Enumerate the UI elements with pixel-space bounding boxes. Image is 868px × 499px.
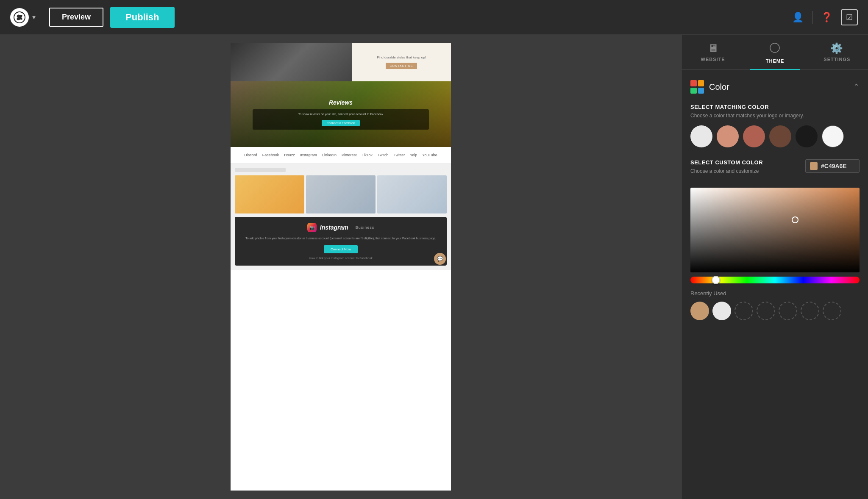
logo-area: ▾ (10, 8, 36, 27)
social-link-twitch[interactable]: Twitch (378, 153, 389, 157)
swatch-light-gray[interactable] (690, 125, 712, 147)
website-preview: Find durable styles that keep up! CONTAC… (231, 43, 451, 491)
swatch-dusty-rose[interactable] (743, 125, 765, 147)
right-panel: 🖥 WEBSITE THEME ⚙️ SETTINGS (682, 35, 868, 499)
social-link-tiktok[interactable]: TikTok (362, 153, 373, 157)
swatch-light-salmon[interactable] (717, 125, 739, 147)
website-tab-icon: 🖥 (708, 42, 718, 54)
preview-instagram-section: 📷 Instagram Business To add photos from … (231, 164, 451, 270)
preview-ig-business: Business (356, 225, 375, 230)
custom-color-title: SELECT CUSTOM COLOR (690, 159, 763, 166)
social-link-houzz[interactable]: Houzz (284, 153, 295, 157)
swatch-white[interactable] (822, 125, 844, 147)
recently-used-swatch-empty-3 (734, 302, 753, 320)
panel-content: Color ⌃ SELECT MATCHING COLOR Choose a c… (682, 70, 868, 499)
color-picker-cursor (792, 216, 798, 223)
topbar-divider (812, 11, 812, 24)
preview-hero-image-inner (231, 43, 352, 81)
preview-chat-bubble[interactable]: 💬 (434, 253, 446, 265)
tab-theme[interactable]: THEME (744, 42, 806, 69)
recently-used-swatch-empty-4 (757, 302, 775, 320)
preview-ig-logo-icon: 📷 (307, 223, 317, 232)
color-grid-cell-green (690, 88, 697, 94)
social-link-discord[interactable]: Discord (244, 153, 257, 157)
color-grid-cell-red (690, 80, 697, 86)
color-picker-container[interactable] (690, 188, 860, 283)
social-link-twitter[interactable]: Twitter (394, 153, 405, 157)
preview-ig-description: To add photos from your Instagram creato… (243, 236, 438, 241)
preview-instagram-cell-3 (377, 175, 447, 213)
theme-tab-icon (769, 42, 780, 56)
theme-tab-label: THEME (766, 58, 785, 64)
publish-button[interactable]: Publish (110, 7, 174, 28)
user-icon[interactable]: 👤 (792, 12, 804, 23)
custom-color-swatch (810, 162, 818, 170)
panel-tabs: 🖥 WEBSITE THEME ⚙️ SETTINGS (682, 35, 868, 70)
color-section-left: Color (690, 80, 729, 94)
preview-instagram-grid (235, 175, 447, 213)
logo-chevron-icon[interactable]: ▾ (32, 13, 36, 21)
color-grid-icon (690, 80, 704, 94)
recently-used-swatch-1[interactable] (690, 302, 709, 320)
topbar-icons: 👤 ❓ ☑ (792, 9, 858, 25)
color-grid-cell-orange (698, 80, 704, 86)
preview-hero-text: Find durable styles that keep up! (377, 55, 426, 59)
matching-color-swatches (690, 125, 860, 147)
settings-tab-label: SETTINGS (823, 57, 850, 62)
social-link-instagram[interactable]: Instagram (300, 153, 317, 157)
social-link-youtube[interactable]: YouTube (422, 153, 437, 157)
recently-used-swatch-empty-5 (779, 302, 797, 320)
preview-ig-name: Instagram (320, 224, 348, 231)
color-picker-gradient[interactable] (690, 188, 860, 272)
swatch-dark-brown[interactable] (769, 125, 791, 147)
preview-reviews-card: To show reviews on your site, connect yo… (253, 109, 429, 130)
preview-instagram-cell-2 (306, 175, 376, 213)
svg-point-1 (770, 43, 779, 53)
preview-ig-connect-button[interactable]: Connect Now (324, 245, 358, 253)
recently-used-swatch-empty-6 (801, 302, 819, 320)
website-tab-label: WEBSITE (701, 57, 725, 62)
preview-ig-header: 📷 Instagram Business (243, 223, 438, 232)
custom-color-input-group[interactable] (805, 159, 860, 173)
preview-reviews-section: Reviews To show reviews on your site, co… (231, 81, 451, 147)
preview-instagram-card: 📷 Instagram Business To add photos from … (235, 217, 447, 266)
swatch-black[interactable] (796, 125, 818, 147)
social-link-yelp[interactable]: Yelp (410, 153, 417, 157)
preview-ig-link-text[interactable]: How to link your Instagram account to Fa… (243, 257, 438, 260)
preview-instagram-title-bar (235, 168, 286, 172)
preview-ig-header-divider (352, 223, 352, 232)
recently-used-title: Recently Used (690, 290, 860, 297)
topbar: ▾ Preview Publish 👤 ❓ ☑ (0, 0, 868, 35)
tab-settings[interactable]: ⚙️ SETTINGS (806, 42, 868, 69)
preview-contact-button[interactable]: CONTACT US (386, 63, 417, 69)
recently-used-swatches (690, 302, 860, 320)
preview-reviews-card-text: To show reviews on your site, connect yo… (259, 113, 422, 116)
help-icon[interactable]: ❓ (821, 12, 832, 23)
tab-website[interactable]: 🖥 WEBSITE (682, 42, 744, 69)
preview-hero-image (231, 43, 352, 81)
preview-instagram-cell-1 (235, 175, 304, 213)
preview-button[interactable]: Preview (49, 8, 103, 27)
preview-hero-content: Find durable styles that keep up! CONTAC… (352, 43, 451, 81)
color-section-header: Color ⌃ (690, 80, 860, 94)
custom-color-hex-input[interactable] (821, 163, 855, 169)
color-picker-hue-slider[interactable] (690, 277, 860, 283)
logo-icon (10, 8, 29, 27)
social-link-linkedin[interactable]: LinkedIn (322, 153, 337, 157)
checklist-button[interactable]: ☑ (841, 9, 858, 25)
matching-color-subtitle: Choose a color that matches your logo or… (690, 113, 860, 119)
preview-social-links: Discord Facebook Houzz Instagram LinkedI… (239, 153, 442, 157)
social-link-facebook[interactable]: Facebook (262, 153, 279, 157)
preview-reviews-overlay: Reviews To show reviews on your site, co… (231, 81, 451, 147)
preview-reviews-title: Reviews (329, 99, 353, 106)
hue-slider-cursor (712, 276, 720, 284)
color-section-title: Color (709, 82, 729, 92)
color-section-collapse-button[interactable]: ⌃ (853, 82, 860, 91)
preview-connect-facebook-button[interactable]: Connect to Facebook (322, 120, 360, 126)
canvas-area: Find durable styles that keep up! CONTAC… (0, 35, 682, 499)
recently-used-swatch-2[interactable] (712, 302, 731, 320)
social-link-pinterest[interactable]: Pinterest (342, 153, 357, 157)
settings-tab-icon: ⚙️ (830, 42, 843, 54)
custom-color-label-group: SELECT CUSTOM COLOR Choose a color and c… (690, 159, 763, 181)
preview-hero-section: Find durable styles that keep up! CONTAC… (231, 43, 451, 81)
